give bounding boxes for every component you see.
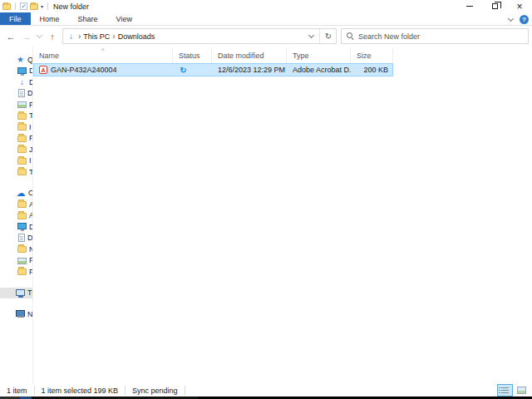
folder-icon [17, 124, 27, 131]
divider [47, 2, 48, 10]
minimize-icon [466, 6, 473, 7]
main-area: Quick accessDesktopDownloadsDocumentsPic… [0, 47, 532, 384]
pictures-icon [17, 258, 27, 264]
refresh-button[interactable]: ↻ [321, 29, 336, 43]
address-bar[interactable]: ›This PC›Downloads ↻ [62, 28, 337, 44]
column-header-size[interactable]: Size [351, 48, 393, 63]
status-text: 1 item [0, 387, 34, 395]
back-button[interactable]: ← [5, 32, 17, 42]
column-header-type[interactable]: Type [287, 48, 351, 63]
tab-file[interactable]: File [0, 12, 31, 25]
folder-icon [17, 169, 27, 175]
sidebar-item-f[interactable]: F [0, 133, 32, 145]
sidebar-item-desktop[interactable]: Desktop [0, 66, 32, 77]
details-view-icon [501, 387, 509, 393]
sidebar-item-this-pc[interactable]: This PC [0, 288, 32, 299]
sidebar-item-a[interactable]: A [0, 210, 32, 222]
large-icons-view-button[interactable] [515, 385, 529, 396]
breadcrumb-chevron-icon: › [112, 33, 115, 40]
close-icon: × [516, 2, 522, 11]
titlebar: ▾ New folder × [0, 0, 532, 12]
address-dropdown-chevron-icon[interactable] [303, 29, 318, 43]
search-icon [347, 32, 354, 40]
sidebar-item-label: A [29, 200, 32, 209]
forward-button[interactable]: → [21, 32, 32, 42]
sidebar-item-downloads[interactable]: Downloads [0, 76, 32, 88]
folder-icon[interactable] [2, 3, 11, 10]
sidebar-item-pictures[interactable]: Pictures [0, 255, 32, 267]
minimize-button[interactable] [457, 0, 482, 12]
star-icon [16, 55, 25, 64]
sidebar-item-documents[interactable]: Documents [0, 88, 32, 100]
search-input[interactable] [358, 32, 528, 41]
sidebar-item-a[interactable]: A [0, 199, 32, 210]
breadcrumb-item[interactable]: This PC [83, 32, 110, 41]
file-size-cell: 200 KB [351, 63, 393, 76]
sidebar-item-onedrive[interactable]: OneDrive [0, 188, 32, 200]
sidebar-item-p[interactable]: P [0, 266, 32, 278]
sidebar-item-label: Quick access [27, 56, 32, 64]
sidebar-item-label: Network [27, 310, 32, 318]
column-header-date-modified[interactable]: Date modified [212, 48, 287, 63]
file-name-cell: GAN-P432A240004 [33, 63, 173, 76]
file-status-cell [173, 63, 212, 76]
expand-ribbon-chevron-icon[interactable] [508, 15, 514, 21]
column-header-status[interactable]: Status [173, 48, 212, 63]
tab-share[interactable]: Share [69, 12, 107, 25]
search-box[interactable] [341, 28, 529, 44]
large-icons-view-icon [517, 387, 526, 394]
navigation-pane: Quick accessDesktopDownloadsDocumentsPic… [0, 47, 33, 384]
tab-view[interactable]: View [107, 12, 141, 25]
sidebar-item-t[interactable]: T [0, 166, 32, 178]
sidebar-item-label: I [29, 123, 32, 131]
downloads-icon [66, 32, 76, 41]
details-view-button[interactable] [498, 385, 512, 396]
file-name: GAN-P432A240004 [51, 66, 117, 74]
folder-icon [17, 135, 27, 142]
breadcrumb: ›This PC›Downloads [66, 32, 303, 41]
sidebar-gap [0, 178, 32, 188]
sidebar-item-i[interactable]: I [0, 121, 32, 133]
pictures-icon [17, 101, 27, 108]
sidebar-item-j[interactable]: J [0, 144, 32, 155]
column-headers: ^ NameStatusDate modifiedTypeSize [33, 48, 532, 63]
sidebar-item-label: T [29, 168, 32, 176]
file-list-area: ^ NameStatusDate modifiedTypeSize GAN-P4… [33, 47, 532, 384]
sidebar-item-documents[interactable]: Documents [0, 233, 32, 244]
sidebar-item-n[interactable]: N [0, 244, 32, 255]
folder-icon [17, 113, 27, 120]
sidebar-item-t[interactable]: T [0, 111, 32, 122]
sidebar-item-label: Desktop [29, 66, 32, 75]
properties-icon[interactable] [20, 2, 27, 10]
tab-home[interactable]: Home [31, 12, 69, 25]
sidebar-item-i[interactable]: I [0, 155, 32, 167]
ribbon-right-controls: ? [509, 12, 529, 26]
file-type-cell: Adobe Acrobat D... [287, 63, 351, 76]
folder-icon [17, 201, 27, 208]
sidebar-item-quick-access[interactable]: Quick access [0, 54, 32, 66]
sidebar-item-desktop[interactable]: Desktop [0, 221, 32, 233]
sidebar-item-label: P [29, 268, 32, 276]
onedrive-icon [16, 189, 26, 198]
divider [15, 2, 16, 10]
sidebar-item-network[interactable]: Network [0, 308, 32, 320]
sidebar-item-label: Desktop [29, 223, 32, 231]
sidebar-item-label: Pictures [29, 101, 32, 109]
sidebar-item-label: Downloads [29, 78, 32, 86]
new-folder-icon[interactable] [30, 3, 38, 10]
restore-button[interactable] [482, 0, 507, 12]
customize-qat-caret-icon[interactable]: ▾ [41, 3, 43, 9]
breadcrumb-item[interactable]: Downloads [118, 32, 155, 41]
folder-icon [17, 213, 27, 219]
up-button[interactable]: ↑ [47, 32, 58, 42]
sidebar-item-label: This PC [27, 288, 32, 297]
downloads-icon [17, 77, 27, 86]
close-button[interactable]: × [507, 0, 532, 12]
recent-locations-chevron-icon[interactable] [37, 32, 42, 38]
sidebar-item-label: OneDrive [28, 189, 32, 197]
divider [185, 386, 185, 395]
help-icon[interactable]: ? [520, 15, 529, 24]
thispc-icon [16, 289, 25, 296]
table-row[interactable]: GAN-P432A24000412/6/2023 12:29 PMAdobe A… [33, 63, 393, 76]
sidebar-item-pictures[interactable]: Pictures [0, 99, 32, 111]
